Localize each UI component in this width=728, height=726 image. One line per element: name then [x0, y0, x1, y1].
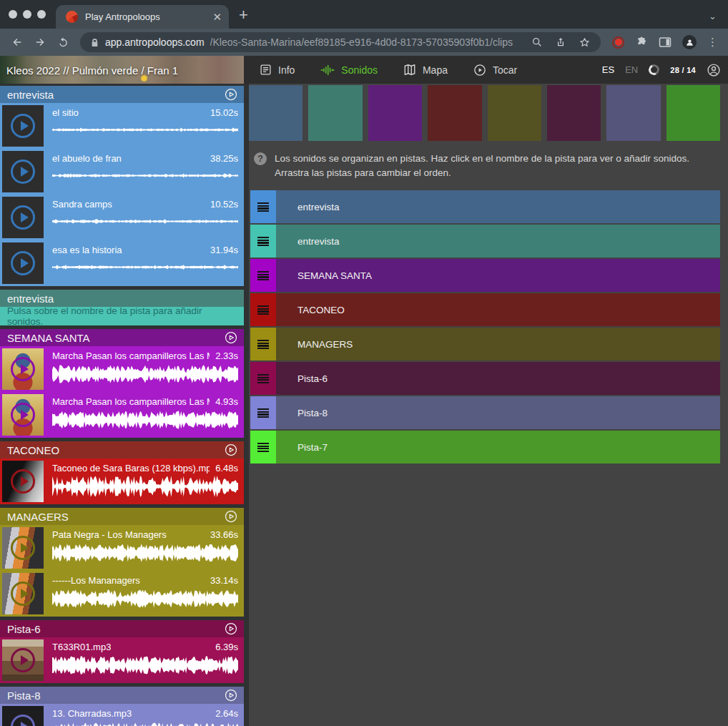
play-track-icon[interactable]	[224, 443, 238, 457]
drag-handle[interactable]	[250, 396, 276, 429]
play-clip-icon[interactable]	[11, 536, 35, 560]
audio-clip[interactable]: el abuelo de fran 38.25s	[0, 149, 244, 195]
forward-icon[interactable]	[30, 32, 50, 52]
clip-thumbnail[interactable]	[2, 394, 44, 436]
play-track-icon[interactable]	[224, 688, 238, 702]
track-header[interactable]: Pista-8	[0, 687, 244, 704]
audio-clip[interactable]: esa es la historia 31.94s	[0, 240, 244, 286]
audio-clip[interactable]: Marcha Pasan los campanilleros Las Mejor…	[0, 346, 244, 392]
audio-clip[interactable]: el sitio 15.02s	[0, 103, 244, 149]
drag-handle[interactable]	[250, 225, 276, 257]
track-row-body[interactable]: entrevista	[276, 225, 720, 257]
track-row[interactable]: MANAGERS	[250, 328, 720, 360]
play-track-icon[interactable]	[224, 622, 238, 636]
color-swatch[interactable]	[488, 85, 541, 141]
account-icon[interactable]	[707, 63, 721, 77]
track-row-body[interactable]: SEMANA SANTA	[276, 259, 720, 292]
track-row[interactable]: entrevista	[250, 225, 720, 257]
address-bar[interactable]: app.antropoloops.com/Kleos-Santa-Marina/…	[80, 32, 601, 52]
color-swatch[interactable]	[547, 85, 601, 141]
clip-thumbnail[interactable]	[2, 348, 44, 390]
track-row[interactable]: entrevista	[250, 190, 720, 223]
nav-item-tocar[interactable]: Tocar	[473, 64, 517, 77]
new-tab-button[interactable]: +	[239, 6, 248, 24]
track-row-body[interactable]: Pista-6	[276, 362, 720, 395]
clip-thumbnail[interactable]	[2, 706, 44, 726]
play-clip-icon[interactable]	[11, 582, 35, 606]
clip-thumbnail[interactable]	[2, 527, 44, 569]
clip-thumbnail[interactable]	[2, 639, 44, 681]
extensions-puzzle-icon[interactable]	[635, 36, 648, 49]
track-row[interactable]: Pista-7	[250, 431, 720, 463]
track-header[interactable]: entrevista	[0, 290, 244, 307]
track-row-body[interactable]: TACONEO	[276, 293, 720, 326]
drag-handle[interactable]	[250, 259, 276, 292]
play-clip-icon[interactable]	[11, 114, 35, 138]
tab-search-chevron-icon[interactable]: ⌄	[709, 11, 717, 21]
color-swatch[interactable]	[428, 85, 481, 141]
window-minimize-button[interactable]	[23, 10, 31, 19]
play-clip-icon[interactable]	[11, 648, 35, 672]
zoom-search-icon[interactable]	[531, 36, 543, 48]
side-panel-icon[interactable]	[659, 36, 672, 48]
play-clip-icon[interactable]	[11, 357, 35, 381]
browser-menu-icon[interactable]: ⋮	[707, 36, 718, 49]
clip-thumbnail[interactable]	[2, 573, 44, 614]
drag-handle[interactable]	[250, 328, 276, 360]
sidebar-scrollbar-gutter[interactable]	[244, 84, 249, 726]
lang-en-button[interactable]: EN	[625, 64, 638, 75]
play-track-icon[interactable]	[224, 330, 238, 345]
drag-handle[interactable]	[250, 190, 276, 223]
track-header[interactable]: entrevista	[0, 86, 244, 103]
window-zoom-button[interactable]	[37, 10, 46, 19]
track-row[interactable]: SEMANA SANTA	[250, 259, 720, 292]
track-row[interactable]: TACONEO	[250, 293, 720, 326]
track-row-body[interactable]: MANAGERS	[276, 328, 720, 360]
color-swatch[interactable]	[666, 85, 720, 141]
share-icon[interactable]	[555, 36, 566, 48]
clip-thumbnail[interactable]	[2, 461, 44, 502]
drag-handle[interactable]	[250, 431, 276, 463]
track-row-body[interactable]: Pista-7	[276, 431, 720, 463]
track-header[interactable]: TACONEO	[0, 441, 244, 458]
play-track-icon[interactable]	[224, 509, 238, 524]
play-clip-icon[interactable]	[11, 469, 35, 494]
reload-icon[interactable]	[53, 32, 73, 52]
clip-thumbnail[interactable]	[2, 105, 44, 147]
nav-item-info[interactable]: Info	[260, 64, 295, 76]
drag-handle[interactable]	[250, 293, 276, 326]
audio-clip[interactable]: 13. Charradas.mp3 2.64s	[0, 704, 244, 726]
track-row-body[interactable]: entrevista	[276, 190, 720, 223]
play-clip-icon[interactable]	[11, 251, 35, 275]
track-row-body[interactable]: Pista-8	[276, 396, 720, 429]
audio-clip[interactable]: Pata Negra - Los Managers 33.66s	[0, 525, 244, 571]
lang-es-button[interactable]: ES	[602, 64, 614, 75]
audio-clip[interactable]: ------Los Mananagers 33.14s	[0, 571, 244, 617]
color-swatch[interactable]	[249, 85, 302, 141]
color-swatch[interactable]	[308, 85, 362, 141]
play-clip-icon[interactable]	[11, 403, 35, 427]
window-close-button[interactable]	[9, 10, 17, 19]
nav-item-sonidos[interactable]: Sonidos	[320, 64, 378, 76]
clip-thumbnail[interactable]	[2, 197, 44, 238]
profile-avatar-icon[interactable]	[682, 35, 697, 49]
audio-clip[interactable]: T633R01.mp3 6.39s	[0, 637, 244, 683]
track-row[interactable]: Pista-6	[250, 362, 720, 395]
play-clip-icon[interactable]	[11, 205, 35, 230]
audio-clip[interactable]: Marcha Pasan los campanilleros Las Mejor…	[0, 392, 244, 438]
record-extension-icon[interactable]	[612, 36, 624, 49]
audio-clip[interactable]: Sandra camps 10.52s	[0, 195, 244, 240]
clip-thumbnail[interactable]	[2, 242, 44, 284]
play-clip-icon[interactable]	[11, 715, 35, 726]
project-banner[interactable]: Kleos 2022 // Pulmón verde / Fran 1	[0, 56, 244, 84]
color-swatch[interactable]	[606, 85, 660, 141]
play-clip-icon[interactable]	[11, 160, 35, 184]
track-header[interactable]: Pista-6	[0, 620, 244, 637]
audio-clip[interactable]: Taconeo de Sara Baras (128 kbps).mp3 6.4…	[0, 458, 244, 504]
play-track-icon[interactable]	[224, 87, 238, 102]
track-header[interactable]: MANAGERS	[0, 508, 244, 525]
nav-item-mapa[interactable]: Mapa	[403, 64, 448, 76]
color-swatch[interactable]	[368, 85, 422, 141]
drag-handle[interactable]	[250, 362, 276, 395]
tab-close-icon[interactable]: ✕	[212, 11, 222, 22]
